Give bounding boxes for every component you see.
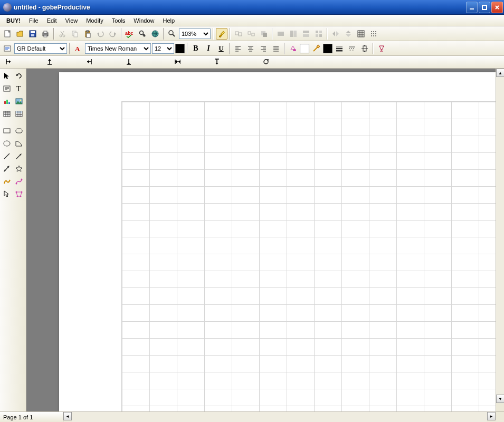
table-tool[interactable] [1,108,13,120]
maximize-button[interactable] [479,2,490,13]
node-select-tool[interactable] [1,188,13,200]
freehand-tool[interactable] [1,176,13,187]
copy-button[interactable] [69,28,81,40]
scroll-track[interactable] [496,77,504,395]
arrange-4-icon[interactable] [313,28,325,40]
bezier-tool[interactable] [14,176,25,187]
rounded-rect-tool[interactable] [14,125,25,137]
line-tool[interactable] [1,150,13,162]
zoom-button[interactable] [166,28,178,40]
scroll-right-button[interactable]: ► [487,412,496,420]
ungroup-button[interactable] [245,28,257,40]
undo-button[interactable] [94,28,106,40]
tab-left-icon[interactable] [5,57,12,66]
polygon-tool[interactable] [1,163,13,175]
menu-window[interactable]: Window [129,16,158,25]
bring-front-icon[interactable] [258,28,270,40]
style-select[interactable]: GR Default [14,43,67,54]
font-color-swatch[interactable] [175,44,185,53]
align-justify-button[interactable] [270,43,282,54]
tab-indent-icon[interactable] [214,57,220,66]
rotate-tool[interactable] [14,70,25,82]
open-button[interactable] [14,28,26,40]
font-select[interactable]: Times New Roman [85,43,151,54]
document-viewport[interactable] [26,69,496,411]
align-right-button[interactable] [258,43,269,54]
flip-h-icon[interactable] [330,28,341,40]
zoom-select[interactable]: 103% [179,28,211,39]
menu-tools[interactable]: Tools [108,16,130,25]
snap-grid-icon[interactable] [368,28,379,40]
underline-button[interactable]: U [215,43,227,54]
tab-center-icon[interactable] [46,57,53,66]
align-center-button[interactable] [245,43,256,54]
goblet-icon[interactable] [376,43,387,54]
menu-buy[interactable]: BUY! [2,16,25,25]
new-button[interactable] [2,28,13,40]
paragraph-style-icon[interactable] [2,43,13,54]
arrange-1-icon[interactable] [275,28,287,40]
redo-button[interactable] [107,28,119,40]
rectangle-tool[interactable] [1,125,13,137]
standard-toolbar: abc 103% [0,26,504,41]
fill-color-button[interactable] [287,43,299,54]
spreadsheet-tool[interactable] [14,108,25,120]
horizontal-ruler[interactable] [0,56,504,69]
scroll-up-button[interactable]: ▲ [496,69,504,77]
link-button[interactable] [149,28,161,40]
text-wrap-button[interactable] [359,43,370,54]
tab-decimal-icon[interactable] [126,57,132,66]
tab-refresh-icon[interactable] [263,57,269,66]
align-left-button[interactable] [232,43,244,54]
font-size-select[interactable]: 12 [152,43,174,54]
spellcheck-button[interactable]: abc [124,28,136,40]
page[interactable] [59,72,496,411]
scroll-track[interactable] [72,412,487,422]
shape-edit-tool[interactable] [14,188,25,200]
find-button[interactable] [137,28,148,40]
menu-modify[interactable]: Modify [82,16,107,25]
grid-button[interactable] [355,28,367,40]
menu-help[interactable]: Help [158,16,179,25]
scroll-left-button[interactable]: ◄ [63,412,72,420]
chart-tool[interactable] [1,95,13,107]
ellipse-tool[interactable] [1,138,13,149]
horizontal-scrollbar[interactable]: ◄ ► [63,412,496,422]
tab-right-icon[interactable] [86,57,92,66]
line-style-button[interactable] [334,43,345,54]
bold-button[interactable]: B [190,43,202,54]
pointer-tool[interactable] [1,70,13,82]
print-button[interactable] [40,28,51,40]
scroll-down-button[interactable]: ▼ [496,395,504,403]
arrange-2-icon[interactable] [288,28,299,40]
line-color-button[interactable] [310,43,322,54]
line-dash-button[interactable] [346,43,358,54]
fill-color-swatch[interactable] [300,44,309,53]
cut-button[interactable] [56,28,68,40]
flip-v-icon[interactable] [343,28,354,40]
image-tool[interactable] [14,95,25,107]
vertical-scrollbar[interactable]: ▲ ▼ [496,69,504,411]
menu-file[interactable]: File [25,16,43,25]
group-button[interactable] [233,28,244,40]
save-button[interactable] [27,28,39,40]
star-tool[interactable] [14,163,25,175]
italic-button[interactable]: I [203,43,214,54]
highlight-button[interactable] [216,28,227,40]
arc-tool[interactable] [14,138,25,149]
arrow-tool[interactable] [14,150,25,162]
menu-view[interactable]: View [61,16,82,25]
tab-bar-icon[interactable] [174,57,180,66]
text-frame-tool[interactable] [1,83,13,94]
font-icon[interactable]: A [72,43,84,54]
paste-button[interactable] [82,28,93,40]
text-tool[interactable]: T [14,83,25,94]
svg-rect-20 [87,31,89,32]
resize-grip[interactable] [496,412,504,420]
menu-edit[interactable]: Edit [43,16,61,25]
line-color-swatch[interactable] [323,44,332,53]
arrange-3-icon[interactable] [300,28,312,40]
spreadsheet-grid[interactable] [121,101,496,411]
minimize-button[interactable] [466,2,478,13]
close-button[interactable] [491,2,503,13]
